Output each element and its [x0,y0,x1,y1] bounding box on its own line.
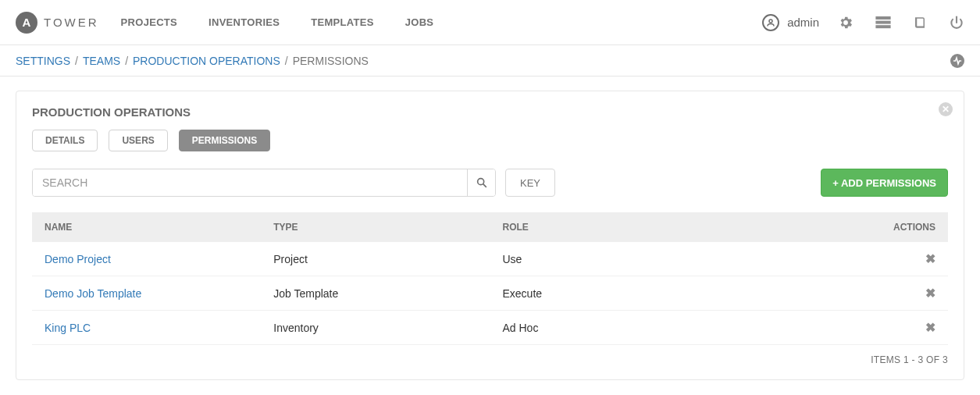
perm-type: Inventory [261,311,490,345]
nav-projects[interactable]: PROJECTS [121,16,177,28]
nav-inventories[interactable]: INVENTORIES [208,16,280,28]
nav-templates[interactable]: TEMPLATES [311,16,373,28]
svg-rect-3 [875,25,890,28]
panel-title: PRODUCTION OPERATIONS [32,105,948,119]
perm-role: Use [490,242,857,276]
breadcrumb-team-name[interactable]: PRODUCTION OPERATIONS [133,55,280,67]
activity-stream-icon[interactable] [950,54,964,68]
perm-type: Job Template [261,276,490,311]
permissions-table: NAME TYPE ROLE ACTIONS Demo Project Proj… [32,212,948,345]
user-menu[interactable]: admin [762,14,819,31]
nav-jobs[interactable]: JOBS [405,16,434,28]
col-actions: ACTIONS [857,212,948,242]
key-button[interactable]: KEY [505,169,555,197]
table-row: Demo Job Template Job Template Execute ✖ [32,276,948,311]
user-icon [762,14,779,31]
search-icon [476,176,488,189]
perm-name-link[interactable]: King PLC [45,322,91,334]
perm-role: Execute [490,276,857,311]
portal-icon[interactable] [875,16,891,29]
breadcrumb: SETTINGS / TEAMS / PRODUCTION OPERATIONS… [16,55,369,67]
brand-logo-icon: A [16,12,37,34]
perm-role: Ad Hoc [490,311,857,345]
workspace: ✕ PRODUCTION OPERATIONS DETAILS USERS PE… [0,77,980,395]
svg-rect-1 [875,16,890,20]
breadcrumb-row: SETTINGS / TEAMS / PRODUCTION OPERATIONS… [0,45,980,77]
delete-icon[interactable]: ✖ [925,286,935,300]
col-role[interactable]: ROLE [490,212,857,242]
delete-icon[interactable]: ✖ [925,252,935,265]
pager-text: ITEMS 1 - 3 OF 3 [32,354,948,365]
breadcrumb-sep: / [75,55,78,67]
close-icon[interactable]: ✕ [939,102,953,116]
tab-permissions[interactable]: PERMISSIONS [179,130,270,151]
table-header-row: NAME TYPE ROLE ACTIONS [32,212,948,242]
table-row: King PLC Inventory Ad Hoc ✖ [32,311,948,345]
breadcrumb-sep: / [285,55,288,67]
search-wrap [32,169,496,197]
docs-icon[interactable] [913,16,927,30]
nav-links: PROJECTS INVENTORIES TEMPLATES JOBS [121,16,434,28]
breadcrumb-sep: / [125,55,128,67]
tab-users[interactable]: USERS [109,130,167,151]
search-input[interactable] [33,169,467,196]
brand[interactable]: A TOWER [16,12,99,34]
nav-icon-group [838,15,964,30]
toolbar: KEY + ADD PERMISSIONS [32,169,948,197]
col-name[interactable]: NAME [32,212,261,242]
tab-details[interactable]: DETAILS [32,130,98,151]
breadcrumb-settings[interactable]: SETTINGS [16,55,70,67]
user-name: admin [787,16,819,29]
breadcrumb-current: PERMISSIONS [293,55,369,67]
search-button[interactable] [467,169,495,196]
col-type[interactable]: TYPE [261,212,490,242]
panel-tabs: DETAILS USERS PERMISSIONS [32,130,948,151]
team-panel: ✕ PRODUCTION OPERATIONS DETAILS USERS PE… [16,91,964,380]
table-row: Demo Project Project Use ✖ [32,242,948,276]
breadcrumb-teams[interactable]: TEAMS [83,55,120,67]
gear-icon[interactable] [838,15,853,30]
delete-icon[interactable]: ✖ [925,321,935,334]
add-permissions-button[interactable]: + ADD PERMISSIONS [821,169,948,197]
svg-rect-2 [875,20,890,23]
svg-point-0 [769,20,772,23]
perm-name-link[interactable]: Demo Job Template [45,287,141,300]
perm-name-link[interactable]: Demo Project [45,253,111,265]
top-navbar: A TOWER PROJECTS INVENTORIES TEMPLATES J… [0,0,980,45]
perm-type: Project [261,242,490,276]
brand-name: TOWER [44,16,99,29]
power-icon[interactable] [949,15,964,30]
